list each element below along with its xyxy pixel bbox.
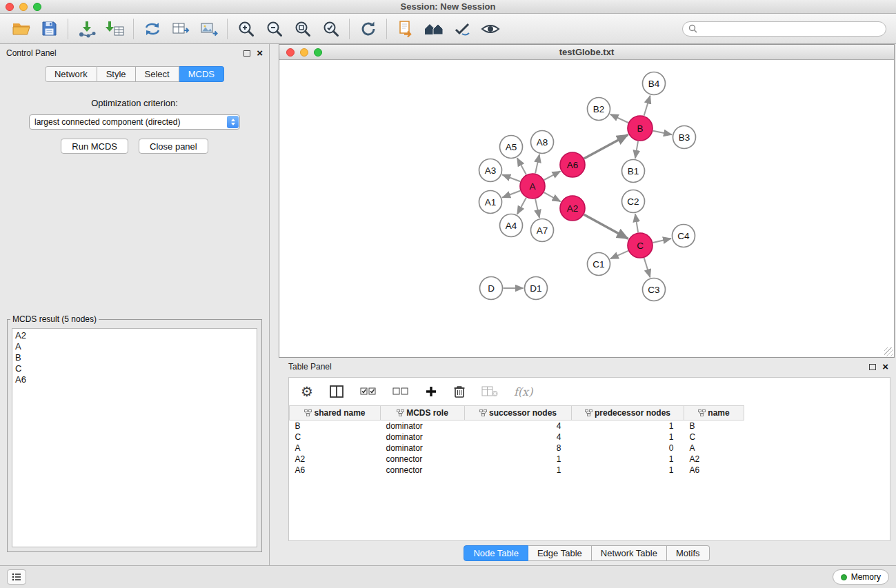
search-field[interactable] (682, 21, 886, 37)
close-window-button[interactable] (6, 3, 14, 11)
resize-grip-icon[interactable] (884, 347, 893, 356)
edge-A-A4[interactable] (517, 198, 526, 214)
node-D1[interactable]: D1 (525, 277, 548, 300)
edge-B-B3[interactable] (653, 131, 672, 135)
table-row[interactable]: A6connector11A6 (290, 465, 744, 476)
edge-C-C3[interactable] (644, 258, 650, 277)
node-B[interactable]: B (628, 116, 653, 141)
node-A3[interactable]: A3 (479, 159, 502, 182)
edge-A-A8[interactable] (535, 154, 539, 173)
column-header-name[interactable]: name (684, 406, 744, 420)
column-header-predecessor-nodes[interactable]: predecessor nodes (572, 406, 684, 420)
control-tab-style[interactable]: Style (97, 66, 136, 82)
edge-A-A1[interactable] (502, 191, 520, 198)
edge-A2-C[interactable] (584, 214, 628, 239)
edge-C-C1[interactable] (610, 251, 628, 259)
table-row[interactable]: Bdominator41B (290, 420, 744, 432)
float-table-panel-icon[interactable] (869, 364, 876, 370)
table-row[interactable]: Adominator80A (290, 443, 744, 454)
node-A7[interactable]: A7 (531, 219, 554, 242)
node-A[interactable]: A (520, 174, 545, 199)
node-C2[interactable]: C2 (622, 190, 645, 213)
create-column-plus-icon[interactable] (425, 385, 437, 398)
new-network-button[interactable] (138, 17, 166, 41)
memory-button[interactable]: Memory (833, 569, 889, 585)
control-tab-network[interactable]: Network (45, 66, 97, 82)
edge-B-B1[interactable] (635, 141, 638, 159)
run-mcds-button[interactable]: Run MCDS (61, 139, 128, 154)
close-panel-button[interactable]: Close panel (139, 139, 208, 154)
refresh-button[interactable] (354, 17, 382, 41)
mcds-result-item[interactable]: A (15, 341, 254, 352)
node-A6[interactable]: A6 (560, 152, 585, 177)
node-C4[interactable]: C4 (673, 225, 695, 247)
show-columns-icon[interactable] (329, 385, 344, 398)
node-D[interactable]: D (480, 277, 503, 300)
graphics-details-button[interactable] (476, 17, 504, 41)
node-B2[interactable]: B2 (588, 98, 610, 121)
control-tab-mcds[interactable]: MCDS (179, 66, 224, 82)
task-history-button[interactable] (7, 569, 26, 585)
table-row[interactable]: Cdominator41C (290, 432, 744, 443)
edge-A-A2[interactable] (544, 192, 561, 201)
node-C3[interactable]: C3 (643, 278, 666, 301)
node-A1[interactable]: A1 (479, 191, 502, 214)
mcds-result-item[interactable]: A6 (15, 374, 254, 385)
search-input[interactable] (701, 24, 880, 34)
close-panel-icon[interactable]: × (257, 49, 263, 57)
select-all-columns-icon[interactable] (360, 385, 377, 398)
table-tab-node-table[interactable]: Node Table (464, 545, 528, 561)
table-tab-network-table[interactable]: Network Table (592, 545, 667, 561)
apply-style-button[interactable] (448, 17, 476, 41)
mcds-result-item[interactable]: B (15, 352, 254, 363)
export-image-button[interactable] (195, 17, 223, 41)
edge-B-B4[interactable] (644, 96, 650, 116)
close-network-window-button[interactable] (286, 48, 295, 57)
node-C1[interactable]: C1 (588, 253, 610, 276)
node-A4[interactable]: A4 (500, 214, 523, 237)
open-session-button[interactable] (7, 17, 35, 41)
network-canvas[interactable]: B4B2BB3A5A8A6B1A3AC2A1A2A4A7C4CC1C3DD1 (279, 60, 894, 357)
table-tab-motifs[interactable]: Motifs (667, 545, 710, 561)
edge-A6-B[interactable] (584, 135, 628, 159)
unselect-all-columns-icon[interactable] (392, 385, 409, 398)
zoom-out-button[interactable] (260, 17, 288, 41)
import-table-file-button[interactable] (101, 17, 129, 41)
edge-A-A7[interactable] (535, 199, 539, 218)
delete-column-trash-icon[interactable] (453, 385, 466, 398)
node-A8[interactable]: A8 (531, 131, 554, 154)
node-A2[interactable]: A2 (560, 196, 585, 221)
mcds-result-item[interactable]: C (15, 363, 254, 374)
optimization-criterion-select[interactable]: largest connected component (directed) (29, 114, 240, 130)
zoom-network-window-button[interactable] (314, 48, 322, 57)
zoom-fit-button[interactable] (288, 17, 317, 41)
table-row[interactable]: A2connector11A2 (290, 454, 744, 465)
column-header-shared-name[interactable]: shared name (290, 406, 381, 420)
minimize-window-button[interactable] (19, 3, 28, 11)
zoom-in-button[interactable] (232, 17, 260, 41)
copy-document-button[interactable] (391, 17, 419, 41)
node-B1[interactable]: B1 (622, 160, 645, 183)
function-builder-fx-icon[interactable]: f(x) (514, 385, 532, 398)
node-B3[interactable]: B3 (673, 126, 696, 149)
zoom-window-button[interactable] (33, 3, 41, 11)
new-table-button[interactable] (166, 17, 195, 41)
edge-A-A5[interactable] (517, 158, 526, 174)
mcds-result-list[interactable]: A2ABCA6 (12, 328, 257, 547)
minimize-network-window-button[interactable] (300, 48, 308, 57)
node-A5[interactable]: A5 (500, 136, 523, 159)
save-session-button[interactable] (35, 17, 63, 41)
float-panel-icon[interactable] (243, 50, 250, 57)
column-header-successor-nodes[interactable]: successor nodes (465, 406, 572, 420)
close-table-panel-icon[interactable]: × (882, 363, 888, 371)
mcds-result-item[interactable]: A2 (15, 330, 254, 341)
node-B4[interactable]: B4 (643, 72, 666, 95)
layout-homes-button[interactable] (419, 17, 448, 41)
import-network-file-button[interactable] (72, 17, 101, 41)
edge-A-A3[interactable] (502, 175, 520, 182)
column-header-MCDS-role[interactable]: MCDS role (381, 406, 465, 420)
table-tab-edge-table[interactable]: Edge Table (528, 545, 592, 561)
table-settings-gear-icon[interactable]: ⚙ (301, 385, 313, 398)
edge-C-C2[interactable] (635, 214, 638, 232)
control-tab-select[interactable]: Select (136, 66, 179, 82)
